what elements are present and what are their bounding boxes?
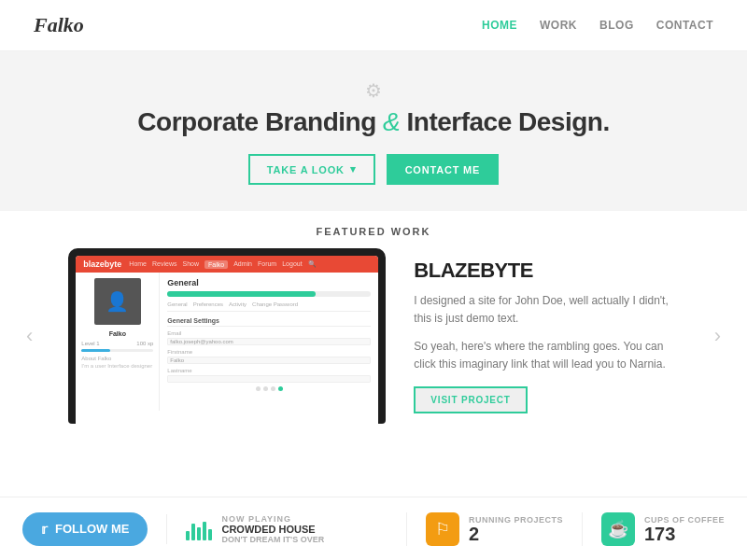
email-label: Email xyxy=(167,330,371,336)
work-text-1: I designed a site for John Doe, well act… xyxy=(414,292,669,328)
browser-bar: blazebyte Home Reviews Show Falko Admin … xyxy=(76,256,378,273)
dropdown-arrow-icon: ▾ xyxy=(350,163,357,175)
now-playing-text: NOW PLAYING CROWDED HOUSE DON'T DREAM IT… xyxy=(221,514,388,544)
dot-4 xyxy=(278,386,283,391)
coffee-count: 173 xyxy=(644,525,725,543)
browser-nav-show: Show xyxy=(182,260,199,269)
tab-preferences: Preferences xyxy=(193,301,223,307)
nav-work[interactable]: WORK xyxy=(540,19,577,32)
level-bar-fill xyxy=(81,349,110,352)
email-field[interactable]: falko.joseph@yahoo.com xyxy=(167,338,371,345)
coffee-block: ☕ CUPS OF COFFEE 173 xyxy=(582,512,725,546)
level-bar xyxy=(81,349,153,352)
lastname-label: Lastname xyxy=(167,368,371,373)
running-projects-text: RUNNING PROJECTS 2 xyxy=(469,515,563,543)
level-max: 100 xp xyxy=(136,341,153,346)
general-settings-title: General Settings xyxy=(167,317,371,327)
running-projects-block: ⚐ RUNNING PROJECTS 2 xyxy=(406,512,563,546)
logo: Falko xyxy=(34,13,84,37)
running-projects-count: 2 xyxy=(469,525,563,543)
hero-title: Corporate Branding & Interface Design. xyxy=(137,107,609,137)
sidebar-name: Falko xyxy=(81,330,153,337)
carousel-prev-arrow[interactable]: ‹ xyxy=(19,324,40,348)
profile-progress xyxy=(167,291,371,297)
browser-main: General General Preferences Activity Cha… xyxy=(160,273,378,411)
featured-label: FEATURED WORK xyxy=(317,226,431,237)
twitter-icon: 𝕣 xyxy=(41,522,48,537)
carousel-next-arrow[interactable]: › xyxy=(707,324,728,348)
lastname-field[interactable] xyxy=(167,375,371,383)
main-title: General xyxy=(167,278,371,287)
featured-section: FEATURED WORK ‹ blazebyte Home Reviews S… xyxy=(0,211,747,497)
work-title: BLAZEBYTE xyxy=(414,259,669,283)
browser-content: 👤 Falko Level 1 100 xp About Falko xyxy=(76,273,378,411)
follow-me-button[interactable]: 𝕣 FOLLOW ME xyxy=(22,512,148,546)
follow-label: FOLLOW ME xyxy=(55,522,129,536)
music-bars-icon xyxy=(186,518,212,540)
song-subtitle: DON'T DREAM IT'S OVER xyxy=(221,535,388,544)
about-section-text: I'm a user Interface designer xyxy=(81,363,153,369)
browser-nav-reviews: Reviews xyxy=(152,260,176,269)
bar-3 xyxy=(197,527,201,540)
progress-fill xyxy=(167,291,316,297)
bar-5 xyxy=(208,529,212,540)
bar-4 xyxy=(203,522,206,540)
nav-contact[interactable]: CONTACT xyxy=(656,19,713,32)
hero-amp: & xyxy=(383,107,406,136)
tab-change-password: Change Password xyxy=(252,301,298,307)
featured-content: ‹ blazebyte Home Reviews Show Falko xyxy=(0,248,747,424)
tool-icon: ⚙ xyxy=(365,79,382,102)
nav-home[interactable]: HOME xyxy=(482,19,517,32)
browser-logo: blazebyte xyxy=(83,259,121,269)
laptop-mockup: blazebyte Home Reviews Show Falko Admin … xyxy=(68,248,386,424)
bar-2 xyxy=(191,524,195,540)
running-projects-icon: ⚐ xyxy=(426,512,459,546)
browser-sidebar: 👤 Falko Level 1 100 xp About Falko xyxy=(76,273,160,411)
avatar: 👤 xyxy=(94,278,141,325)
work-description: BLAZEBYTE I designed a site for John Doe… xyxy=(414,259,678,413)
laptop-frame: blazebyte Home Reviews Show Falko Admin … xyxy=(68,248,386,424)
firstname-field[interactable]: Falko xyxy=(167,357,371,364)
coffee-label: CUPS OF COFFEE xyxy=(644,515,725,525)
hero-title-part2: Interface Design. xyxy=(407,107,610,136)
nav-blog[interactable]: BLOG xyxy=(599,19,634,32)
tab-activity: Activity xyxy=(229,301,247,307)
coffee-text: CUPS OF COFFEE 173 xyxy=(644,515,725,543)
running-projects-label: RUNNING PROJECTS xyxy=(469,515,563,525)
browser-search-icon: 🔍 xyxy=(308,260,317,269)
sidebar-level: Level 1 100 xp xyxy=(81,341,153,346)
song-title: CROWDED HOUSE xyxy=(221,524,388,535)
browser-nav-logout: Logout xyxy=(282,260,302,269)
browser-nav-admin: Admin xyxy=(233,260,252,269)
browser-nav-falko: Falko xyxy=(204,260,228,269)
page-wrapper: Falko HOME WORK BLOG CONTACT ⚙ Corporate… xyxy=(0,0,747,560)
browser-nav: Home Reviews Show Falko Admin Forum Logo… xyxy=(129,260,316,269)
carousel-dots xyxy=(167,386,371,391)
take-a-look-button[interactable]: TAKE A LOOK ▾ xyxy=(248,154,375,185)
level-label: Level 1 xyxy=(81,341,99,346)
bar-1 xyxy=(186,531,190,540)
browser-nav-home: Home xyxy=(129,260,147,269)
header: Falko HOME WORK BLOG CONTACT xyxy=(0,0,747,51)
dot-1 xyxy=(256,386,261,391)
browser-nav-forum: Forum xyxy=(258,260,276,269)
laptop-screen: blazebyte Home Reviews Show Falko Admin … xyxy=(76,256,378,424)
visit-project-button[interactable]: VISIT PROJECT xyxy=(414,386,527,413)
hero-section: ⚙ Corporate Branding & Interface Design.… xyxy=(0,51,747,211)
take-look-label: TAKE A LOOK xyxy=(267,164,345,175)
now-playing-label: NOW PLAYING xyxy=(221,514,388,524)
hero-buttons: TAKE A LOOK ▾ CONTACT ME xyxy=(248,154,499,185)
now-playing-block: NOW PLAYING CROWDED HOUSE DON'T DREAM IT… xyxy=(166,514,388,544)
dot-2 xyxy=(263,386,268,391)
coffee-icon: ☕ xyxy=(601,512,635,546)
footer-bar: 𝕣 FOLLOW ME NOW PLAYING CROWDED HOUSE DO… xyxy=(0,497,747,560)
main-nav: HOME WORK BLOG CONTACT xyxy=(482,19,713,32)
firstname-label: Firstname xyxy=(167,349,371,355)
settings-tabs: General Preferences Activity Change Pass… xyxy=(167,301,371,312)
hero-title-part1: Corporate Branding xyxy=(137,107,375,136)
tab-general: General xyxy=(167,301,187,307)
contact-me-button[interactable]: CONTACT ME xyxy=(387,154,500,185)
dot-3 xyxy=(271,386,275,391)
about-section-label: About Falko xyxy=(81,356,153,361)
work-text-2: So yeah, here's where the rambling goes.… xyxy=(414,338,669,373)
